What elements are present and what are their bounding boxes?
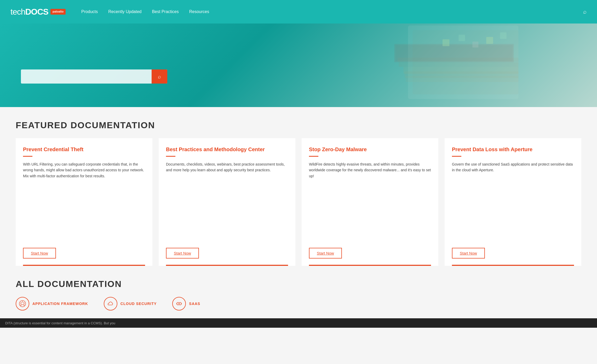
card-1-body: With URL Filtering, you can safeguard co… — [23, 161, 145, 243]
search-button[interactable]: ⌕ — [152, 69, 167, 84]
card-4-divider — [452, 156, 461, 157]
svg-rect-10 — [459, 35, 465, 41]
nav-item-recently-updated[interactable]: Recently Updated — [108, 9, 141, 14]
app-framework-icon — [16, 297, 29, 310]
cards-content: Prevent Credential Theft With URL Filter… — [16, 138, 581, 243]
search-bar: ⌕ — [21, 69, 167, 84]
main-nav: Products Recently Updated Best Practices… — [81, 9, 583, 14]
hero-section: ⌕ — [0, 24, 597, 107]
featured-title: FEATURED DOCUMENTATION — [16, 120, 581, 130]
svg-rect-12 — [486, 37, 493, 44]
cards-buttons: Start Now Start Now Start Now Start Now — [16, 243, 581, 266]
cloud-security-label: CLOUD SECURITY — [120, 302, 157, 306]
search-container: ⌕ — [21, 69, 167, 84]
header-search-icon[interactable]: ⌕ — [583, 8, 587, 15]
docs-icons-row: APPLICATION FRAMEWORK CLOUD SECURITY SA — [16, 297, 581, 310]
saas-icon — [172, 297, 186, 310]
card-4-bottom-bar — [452, 265, 574, 266]
svg-rect-13 — [500, 32, 507, 39]
card-1-footer: Start Now — [16, 243, 152, 266]
card-4-footer: Start Now — [445, 243, 581, 266]
card-4-title: Prevent Data Loss with Aperture — [452, 146, 574, 153]
card-4-body: Govern the use of sanctioned SaaS applic… — [452, 161, 574, 243]
app-framework-label: APPLICATION FRAMEWORK — [32, 302, 88, 306]
all-docs-title: ALL DOCUMENTATION — [16, 279, 581, 289]
nav-item-best-practices[interactable]: Best Practices — [152, 9, 179, 14]
svg-rect-9 — [443, 39, 449, 46]
start-now-button-2[interactable]: Start Now — [166, 248, 199, 259]
card-1-divider — [23, 156, 32, 157]
card-2-body: Documents, checklists, videos, webinars,… — [166, 161, 288, 243]
start-now-button-3[interactable]: Start Now — [309, 248, 342, 259]
all-docs-section: ALL DOCUMENTATION APPLICATION FRAMEWORK … — [0, 266, 597, 318]
search-input[interactable] — [21, 74, 152, 79]
svg-rect-11 — [472, 42, 478, 48]
cloud-security-icon — [104, 297, 117, 310]
card-2-bottom-bar — [166, 265, 288, 266]
cards-container: Prevent Credential Theft With URL Filter… — [16, 138, 581, 266]
card-3-body: WildFire detects highly evasive threats,… — [309, 161, 431, 243]
card-2-title: Best Practices and Methodology Center — [166, 146, 288, 153]
logo-badge: paloalto — [50, 9, 66, 14]
logo-docs: DOCS — [25, 7, 48, 16]
card-2-footer: Start Now — [159, 243, 295, 266]
card-1-title: Prevent Credential Theft — [23, 146, 145, 153]
start-now-button-1[interactable]: Start Now — [23, 248, 56, 259]
svg-rect-8 — [395, 45, 513, 61]
bottom-bar: DITA (structure is essential for content… — [0, 318, 597, 328]
card-best-practices: Best Practices and Methodology Center Do… — [159, 138, 295, 243]
search-icon: ⌕ — [158, 74, 161, 80]
card-3-footer: Start Now — [302, 243, 438, 266]
logo-area: techDOCS paloalto — [10, 7, 66, 17]
svg-rect-5 — [399, 62, 519, 67]
card-3-divider — [309, 156, 318, 157]
header: techDOCS paloalto Products Recently Upda… — [0, 0, 597, 24]
card-aperture: Prevent Data Loss with Aperture Govern t… — [445, 138, 581, 243]
card-3-bottom-bar — [309, 265, 431, 266]
nav-item-products[interactable]: Products — [81, 9, 98, 14]
saas-label: SAAS — [189, 302, 200, 306]
card-2-divider — [166, 156, 175, 157]
svg-marker-15 — [20, 301, 25, 306]
card-zero-day: Stop Zero-Day Malware WildFire detects h… — [302, 138, 438, 243]
card-1-bottom-bar — [23, 265, 145, 266]
card-credential-theft: Prevent Credential Theft With URL Filter… — [16, 138, 152, 243]
card-3-title: Stop Zero-Day Malware — [309, 146, 431, 153]
doc-item-saas[interactable]: SAAS — [172, 297, 200, 310]
svg-rect-4 — [406, 76, 518, 82]
doc-item-app-framework[interactable]: APPLICATION FRAMEWORK — [16, 297, 88, 310]
bottom-text: DITA (structure is essential for content… — [5, 321, 115, 325]
logo-tech: tech — [10, 7, 25, 16]
logo[interactable]: techDOCS — [10, 7, 48, 17]
nav-item-resources[interactable]: Resources — [189, 9, 209, 14]
hero-background-visual — [293, 24, 592, 107]
featured-section: FEATURED DOCUMENTATION Prevent Credentia… — [0, 107, 597, 266]
start-now-button-4[interactable]: Start Now — [452, 248, 485, 259]
doc-item-cloud-security[interactable]: CLOUD SECURITY — [104, 297, 157, 310]
